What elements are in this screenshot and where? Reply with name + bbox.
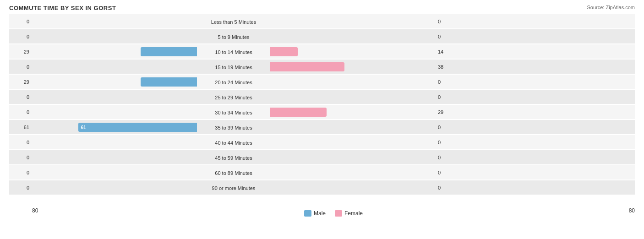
male-value: 0 [9,34,32,39]
female-value: 0 [435,19,458,24]
row-label-container: 20 to 24 Minutes [197,78,270,86]
row-label: 90 or more Minutes [212,185,256,191]
right-bar-container [270,47,435,56]
legend: Male Female [304,210,363,217]
left-bar-container [32,92,197,102]
right-bar-wrapper [270,168,435,177]
female-value: 0 [435,34,458,39]
male-value: 0 [9,155,32,160]
row-label: 45 to 59 Minutes [215,155,252,161]
left-bar-wrapper [32,47,197,56]
male-value: 0 [9,185,32,190]
right-bar-wrapper [270,47,435,56]
chart-container: COMMUTE TIME BY SEX IN GORST Source: Zip… [0,0,644,239]
female-bar [270,47,298,56]
right-bar-wrapper [270,138,435,147]
legend-male: Male [304,210,326,217]
row-label-container: 45 to 59 Minutes [197,153,270,162]
chart-row: 0 25 to 29 Minutes 0 [9,90,635,104]
female-value: 0 [435,94,458,100]
right-bar-wrapper [270,183,435,192]
chart-row: 29 20 to 24 Minutes 0 [9,75,635,89]
male-value: 61 [9,125,32,130]
female-value: 0 [435,170,458,175]
left-bar-wrapper [32,32,197,41]
legend-male-label: Male [314,210,326,217]
right-bar-container [270,168,435,177]
left-bar-wrapper [32,77,197,87]
row-label-container: 5 to 9 Minutes [197,33,270,41]
female-value: 0 [435,125,458,130]
row-label: 35 to 39 Minutes [215,125,252,130]
male-bar [141,77,197,87]
row-label: 25 to 29 Minutes [215,95,252,100]
female-bar [270,62,344,71]
chart-row: 0 40 to 44 Minutes 0 [9,135,635,149]
right-bar-wrapper [270,62,435,71]
bar-label-inner: 61 [81,125,86,130]
right-bar-container [270,183,435,192]
row-label-container: 30 to 34 Minutes [197,108,270,116]
row-label-container: 15 to 19 Minutes [197,63,270,71]
left-bar-wrapper [32,138,197,147]
row-label: 5 to 9 Minutes [218,34,249,40]
axis-right-label: 80 [629,207,635,217]
row-label-container: 25 to 29 Minutes [197,93,270,101]
right-bar-wrapper [270,153,435,162]
female-value: 29 [435,109,458,115]
left-bar-wrapper [32,183,197,192]
left-bar-container [32,168,197,177]
female-value: 0 [435,79,458,85]
male-value: 0 [9,109,32,115]
right-bar-wrapper [270,108,435,117]
row-label-container: Less than 5 Minutes [197,17,270,26]
row-label: 30 to 34 Minutes [215,110,252,115]
female-bar [270,108,327,117]
row-label: 20 to 24 Minutes [215,80,252,85]
chart-row: 61 61 35 to 39 Minutes 0 [9,120,635,134]
chart-row: 29 10 to 14 Minutes 14 [9,44,635,59]
right-bar-container [270,92,435,102]
left-bar-container [32,17,197,26]
right-bar-container [270,17,435,26]
right-bar-container [270,108,435,117]
female-value: 14 [435,49,458,54]
male-value: 0 [9,19,32,24]
right-bar-container [270,77,435,87]
chart-row: 0 15 to 19 Minutes 38 [9,60,635,74]
row-label-container: 40 to 44 Minutes [197,138,270,147]
source-text: Source: ZipAtlas.com [587,5,635,10]
row-label-container: 90 or more Minutes [197,184,270,192]
left-bar-wrapper [32,168,197,177]
row-label: 60 to 89 Minutes [215,170,252,176]
female-value: 0 [435,140,458,145]
right-bar-container [270,138,435,147]
chart-row: 0 Less than 5 Minutes 0 [9,14,635,28]
right-bar-wrapper [270,32,435,41]
right-bar-container [270,32,435,41]
chart-row: 0 5 to 9 Minutes 0 [9,29,635,43]
left-bar-wrapper [32,153,197,162]
male-value: 0 [9,140,32,145]
left-bar-wrapper [32,17,197,26]
left-bar-container: 61 [32,123,197,132]
bars-area: 0 Less than 5 Minutes 0 0 [9,14,635,206]
female-value: 38 [435,64,458,70]
male-bar [141,47,197,56]
male-bar: 61 [78,123,197,132]
row-label: Less than 5 Minutes [211,19,256,25]
left-bar-wrapper [32,108,197,117]
row-label: 15 to 19 Minutes [215,65,252,70]
male-value: 0 [9,170,32,175]
right-bar-container [270,153,435,162]
male-value: 0 [9,64,32,70]
left-bar-container [32,138,197,147]
axis-left-label: 80 [32,207,38,217]
row-label-container: 60 to 89 Minutes [197,168,270,177]
legend-female: Female [335,210,363,217]
left-bar-wrapper [32,62,197,71]
row-label: 40 to 44 Minutes [215,140,252,146]
male-value: 29 [9,79,32,85]
row-label: 10 to 14 Minutes [215,49,252,55]
chart-row: 0 90 or more Minutes 0 [9,180,635,195]
